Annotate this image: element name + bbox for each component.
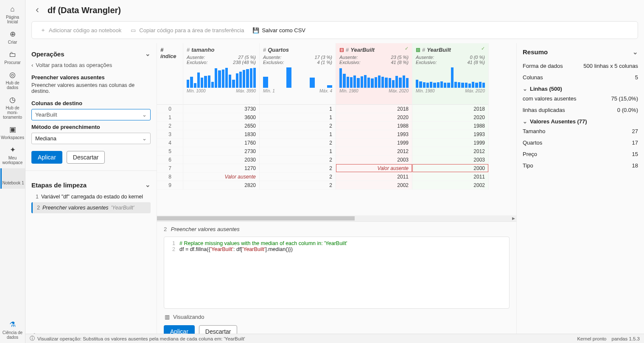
operation-description: Preencher valores ausentes nas colunas d…: [31, 82, 151, 94]
cell[interactable]: 2011: [412, 173, 488, 181]
cell[interactable]: 1: [260, 105, 336, 113]
cell[interactable]: 3600: [183, 113, 259, 122]
cell[interactable]: 2000: [412, 164, 488, 173]
column-idx: # índice0123456789: [157, 43, 183, 190]
cell[interactable]: Valor ausente: [336, 164, 412, 173]
rail-item-code[interactable]: Notebook 1: [0, 168, 25, 189]
cell[interactable]: 2: [260, 173, 336, 181]
data-grid[interactable]: # índice0123456789# tamanhoAusente:27 (5…: [157, 43, 516, 215]
cell[interactable]: 2012: [336, 147, 412, 156]
cell[interactable]: 1: [260, 130, 336, 139]
cleaning-step[interactable]: 2 Preencher valores ausentes 'YearBuilt': [31, 202, 151, 213]
discard-button[interactable]: Descartar: [67, 151, 105, 164]
summary-header[interactable]: Resumo ⌄: [523, 48, 638, 56]
cell[interactable]: 6: [157, 156, 183, 164]
header: df (Data Wrangler): [25, 0, 644, 17]
cell[interactable]: 8: [157, 173, 183, 181]
copy-code-button[interactable]: ▭Copiar código para a área de transferên…: [126, 25, 247, 35]
back-arrow-icon[interactable]: [32, 5, 42, 15]
cell[interactable]: 2018: [412, 105, 488, 113]
cell[interactable]: 2: [260, 139, 336, 147]
scroll-thumb[interactable]: [157, 216, 355, 220]
cell[interactable]: 2012: [412, 147, 488, 156]
cell[interactable]: 2002: [412, 181, 488, 190]
cell[interactable]: 4: [157, 139, 183, 147]
cell[interactable]: 2650: [183, 122, 259, 130]
apply-button[interactable]: Aplicar: [31, 151, 62, 164]
cell[interactable]: 1760: [183, 139, 259, 147]
cell[interactable]: 1988: [412, 122, 488, 130]
missing-values-section-header[interactable]: ⌄Valores Ausentes (77): [523, 116, 638, 125]
cell[interactable]: 1988: [336, 122, 412, 130]
cell[interactable]: 1: [157, 113, 183, 122]
cell[interactable]: 0: [157, 105, 183, 113]
cell[interactable]: Valor ausente: [183, 173, 259, 181]
cell[interactable]: 7: [157, 164, 183, 173]
shape-label: Forma de dados: [523, 63, 563, 69]
rail-item-folder[interactable]: 🗀Procurar: [0, 48, 25, 68]
dest-columns-select[interactable]: YearBuilt ⌄: [31, 109, 151, 120]
cell[interactable]: 3730: [183, 105, 259, 113]
missing-value: 75 (15,0%): [611, 95, 638, 102]
db-icon: ◎: [8, 71, 17, 80]
cell[interactable]: 2730: [183, 147, 259, 156]
cell[interactable]: 2: [260, 122, 336, 130]
cell[interactable]: 2: [260, 156, 336, 164]
rail-item-db[interactable]: ◎Hub de dados: [0, 68, 25, 93]
cell[interactable]: 3: [157, 130, 183, 139]
cell[interactable]: 2003: [336, 156, 412, 164]
fill-method-select[interactable]: Mediana ⌄: [31, 133, 151, 144]
cleaning-step[interactable]: 1 Variável "df" carregada do estado do k…: [31, 191, 151, 202]
rail-item-plus[interactable]: ⊕Criar: [0, 28, 25, 48]
histogram: [187, 67, 256, 88]
cell[interactable]: 2003: [412, 156, 488, 164]
column-title[interactable]: # Quartos: [263, 46, 332, 55]
cell[interactable]: 1993: [412, 130, 488, 139]
cell[interactable]: 2820: [183, 181, 259, 190]
rail-footer[interactable]: ⚗Ciência de dados: [0, 318, 25, 343]
cell[interactable]: 1: [260, 147, 336, 156]
cell[interactable]: 2: [157, 122, 183, 130]
chevron-down-icon: ⌄: [142, 135, 147, 142]
cell[interactable]: 2011: [336, 173, 412, 181]
missing-label: com valores ausentes: [523, 95, 576, 102]
cell[interactable]: 1: [260, 113, 336, 122]
horizontal-scrollbar[interactable]: ◀ ▶: [157, 215, 516, 221]
scroll-right-icon[interactable]: ▶: [510, 215, 516, 221]
steps-header[interactable]: Etapas de limpeza ⌄: [31, 178, 151, 191]
code-icon: [9, 171, 18, 180]
check-icon[interactable]: ✓: [481, 46, 485, 51]
cols-label: Colunas: [523, 74, 543, 81]
cell[interactable]: 1993: [336, 130, 412, 139]
missing-value-row: Tipo18: [523, 160, 638, 171]
column-title[interactable]: ⊞ # YearBuilt: [416, 46, 485, 55]
cell[interactable]: 2020: [412, 113, 488, 122]
cell[interactable]: 5: [157, 147, 183, 156]
add-code-button[interactable]: ＋Adicionar código ao notebook: [36, 25, 125, 35]
rail-item-monitor[interactable]: ◷Hub de moni­toramento: [0, 93, 25, 123]
fill-method-label: Método de preenchimento: [31, 124, 151, 130]
save-csv-button[interactable]: 💾Salvar como CSV: [249, 25, 309, 35]
cell[interactable]: 2: [260, 181, 336, 190]
cell[interactable]: 2002: [336, 181, 412, 190]
cell[interactable]: 1830: [183, 130, 259, 139]
cell[interactable]: 2018: [336, 105, 412, 113]
code-editor[interactable]: 1# Replace missing values with the media…: [164, 237, 510, 309]
rail-item-diamond[interactable]: ✦Meu workspace: [0, 143, 25, 168]
cell[interactable]: 1999: [412, 139, 488, 147]
rail-item-workspaces[interactable]: ▣Workspaces: [0, 123, 25, 143]
column-title[interactable]: # tamanho: [187, 46, 256, 55]
rows-section-header[interactable]: ⌄Linhas (500): [523, 83, 638, 93]
back-to-operations-link[interactable]: ‹ Voltar para todas as operações: [31, 60, 151, 73]
check-icon[interactable]: ✓: [405, 46, 409, 51]
cell[interactable]: 2020: [336, 113, 412, 122]
operations-header[interactable]: Operações ⌄: [31, 47, 151, 60]
dup-value: 0 (0.0%): [617, 107, 638, 113]
cell[interactable]: 2: [260, 164, 336, 173]
cell[interactable]: 2030: [183, 156, 259, 164]
cell[interactable]: 1999: [336, 139, 412, 147]
column-title[interactable]: ⊟ # YearBuilt: [339, 46, 409, 55]
rail-item-home[interactable]: ⌂Página Inicial: [0, 3, 25, 28]
cell[interactable]: 1270: [183, 164, 259, 173]
cell[interactable]: 9: [157, 181, 183, 190]
